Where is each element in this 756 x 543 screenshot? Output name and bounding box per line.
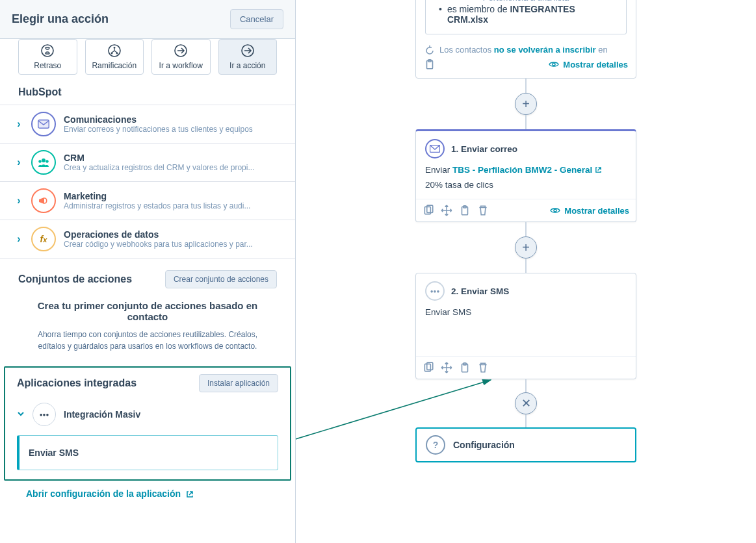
- action-tab-ramificación[interactable]: Ramificación: [85, 39, 144, 75]
- step-1-email-link[interactable]: TBS - Perfilación BMW2 - General: [452, 165, 602, 175]
- panel-header: Elegir una acción Cancelar: [0, 0, 295, 39]
- move-icon[interactable]: [441, 205, 452, 216]
- integration-row[interactable]: ●●● Integración Masiv: [17, 403, 278, 426]
- trash-icon[interactable]: [477, 362, 489, 373]
- enroll-note-link[interactable]: no se volverán a inscribir: [494, 45, 596, 55]
- action-tab-retraso[interactable]: Retraso: [18, 39, 77, 75]
- category-list: ›ComunicacionesEnviar correos y notifica…: [0, 105, 295, 259]
- actionsets-heading: Conjuntos de acciones: [18, 273, 132, 285]
- workflow-step-2-card[interactable]: ●●● 2. Enviar SMS Enviar SMS: [415, 273, 636, 379]
- action-tab-ir-a-acción[interactable]: Ir a acción: [218, 39, 278, 75]
- category-title: Marketing: [64, 191, 281, 201]
- tab-label: Ir a acción: [229, 61, 265, 70]
- svg-point-20: [554, 209, 556, 212]
- show-details-link[interactable]: Mostrar detalles: [549, 60, 628, 69]
- chevron-right-icon: ›: [14, 118, 23, 130]
- workflow-step-1-card[interactable]: 1. Enviar correo Enviar TBS - Perfilació…: [415, 129, 636, 222]
- enroll-note-prefix: Los contactos: [439, 45, 494, 55]
- actionsets-header: Conjuntos de acciones Crear conjunto de …: [0, 259, 295, 294]
- add-action-button[interactable]: +: [515, 93, 537, 115]
- eye-icon: [550, 207, 560, 214]
- connector-line: [525, 115, 527, 129]
- integrated-apps-heading: Aplicaciones integradas: [17, 377, 137, 389]
- bullet-icon: •: [439, 4, 442, 25]
- step-2-body: Enviar SMS: [425, 307, 471, 317]
- svg-point-9: [42, 158, 46, 162]
- category-desc: Crear código y webhooks para tus aplicac…: [64, 240, 281, 249]
- category-row-crm[interactable]: ›CRMCrea y actualiza registros del CRM y…: [0, 144, 295, 182]
- connector-line: [525, 222, 527, 236]
- category-row-marketing[interactable]: ›MarketingAdministrar registros y estado…: [0, 182, 295, 220]
- workflow-canvas[interactable]: Pertenencia a una lista • es miembro de …: [296, 0, 756, 543]
- action-tabs: RetrasoRamificaciónIr a workflowIr a acc…: [0, 39, 295, 82]
- add-action-button[interactable]: +: [515, 236, 537, 259]
- actionsets-empty-title: Crea tu primer conjunto de acciones basa…: [26, 300, 269, 322]
- chevron-down-icon: [17, 409, 25, 420]
- external-link-icon: [595, 166, 602, 173]
- tab-label: Retraso: [34, 61, 61, 70]
- category-desc: Administrar registros y estados para tus…: [64, 201, 281, 210]
- branch-icon: [88, 44, 141, 60]
- chevron-right-icon: ›: [14, 233, 23, 245]
- category-row-operaciones-de-datos[interactable]: ›fxOperaciones de datosCrear código y we…: [0, 220, 295, 259]
- tab-label: Ir a workflow: [159, 61, 203, 70]
- clipboard-icon[interactable]: [424, 58, 436, 70]
- integration-name: Integración Masiv: [64, 409, 140, 420]
- arrow-right-icon: [155, 44, 207, 60]
- step-1-toolbar: Mostrar detalles: [416, 199, 636, 221]
- external-link-icon: [186, 490, 194, 498]
- mega-icon: [31, 188, 56, 213]
- refresh-icon: [425, 45, 434, 55]
- action-picker-panel: Elegir una acción Cancelar RetrasoRamifi…: [0, 0, 296, 543]
- category-desc: Enviar correos y notificaciones a tus cl…: [64, 125, 281, 134]
- panel-body: RetrasoRamificaciónIr a workflowIr a acc…: [0, 39, 295, 543]
- enroll-bullet-prefix: es miembro de: [447, 4, 510, 14]
- svg-rect-7: [38, 120, 49, 128]
- svg-point-11: [46, 160, 48, 162]
- connector-line: [525, 379, 527, 392]
- config-title: Configuración: [453, 440, 515, 450]
- remove-action-button[interactable]: ✕: [515, 392, 537, 414]
- svg-point-14: [553, 63, 555, 66]
- mail-icon: [31, 112, 56, 136]
- open-app-config-link[interactable]: Abrir configuración de la aplicación: [0, 481, 220, 509]
- clipboard-icon[interactable]: [459, 362, 471, 373]
- trash-icon[interactable]: [477, 205, 489, 216]
- install-app-button[interactable]: Instalar aplicación: [199, 374, 278, 392]
- integration-logo-icon: ●●●: [33, 403, 56, 426]
- actionsets-empty-desc: Ahorra tiempo con conjuntos de acciones …: [26, 329, 269, 352]
- integrated-apps-header: Aplicaciones integradas Instalar aplicac…: [17, 374, 278, 392]
- integration-action-enviar-sms[interactable]: Enviar SMS: [17, 435, 278, 470]
- category-row-comunicaciones[interactable]: ›ComunicacionesEnviar correos y notifica…: [0, 105, 295, 144]
- move-icon[interactable]: [441, 362, 452, 373]
- show-details-label: Mostrar detalles: [563, 60, 628, 69]
- connector-line: [525, 259, 527, 273]
- enrollment-card[interactable]: Pertenencia a una lista • es miembro de …: [415, 0, 636, 79]
- enrollment-reenroll-note: Los contactos no se volverán a inscribir…: [416, 41, 636, 56]
- connector-line: [525, 79, 527, 93]
- svg-point-2: [113, 47, 115, 49]
- actionsets-empty-state: Crea tu primer conjunto de acciones basa…: [0, 294, 295, 362]
- workflow-config-card[interactable]: ? Configuración: [415, 427, 636, 462]
- mail-icon: [425, 139, 445, 158]
- copy-icon[interactable]: [423, 205, 434, 216]
- hourglass-icon: [21, 44, 74, 60]
- fx-icon: fx: [31, 227, 56, 251]
- step-2-toolbar: [416, 356, 636, 379]
- step-1-body-prefix: Enviar: [425, 165, 452, 175]
- enroll-note-suffix: en: [596, 45, 608, 55]
- action-tab-ir-a-workflow[interactable]: Ir a workflow: [151, 39, 211, 75]
- show-details-link[interactable]: Mostrar detalles: [550, 206, 629, 216]
- create-actionset-button[interactable]: Crear conjunto de acciones: [165, 270, 277, 288]
- sms-icon: ●●●: [425, 281, 445, 301]
- chevron-right-icon: ›: [14, 195, 23, 207]
- category-title: Operaciones de datos: [64, 229, 281, 240]
- svg-point-0: [42, 45, 53, 57]
- question-icon: ?: [426, 435, 445, 455]
- enrollment-criteria-item: • es miembro de INTEGRANTES CRM.xlsx: [439, 4, 616, 25]
- step-2-title: 2. Enviar SMS: [451, 286, 509, 296]
- category-desc: Crea y actualiza registros del CRM y val…: [64, 163, 281, 172]
- clipboard-icon[interactable]: [459, 205, 471, 216]
- cancel-button[interactable]: Cancelar: [230, 9, 283, 29]
- copy-icon[interactable]: [423, 362, 434, 373]
